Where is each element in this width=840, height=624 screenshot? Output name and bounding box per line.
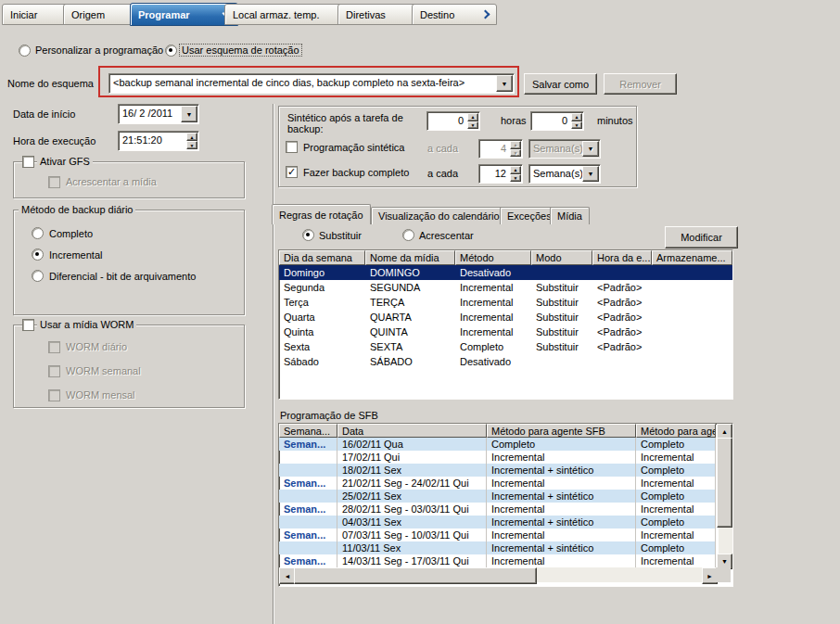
table-row[interactable]: Sexta SEXTA Completo Substituir <Padrão> [279,339,732,354]
radio-incremental-label[interactable]: Incremental [49,249,102,261]
horizontal-scroll-thumb[interactable] [294,567,537,584]
tab-destino[interactable]: Destino [412,4,497,25]
tab-midia[interactable]: Mídia [550,207,590,224]
synthetic-unit-combobox[interactable]: Semana(s) ▼ [528,139,601,159]
table-row[interactable]: 18/02/11 Sex Incremental + sintético Com… [279,464,716,477]
exec-time-value: 21:51:20 [122,134,162,146]
tab-visualizacao-calendario[interactable]: Visualização do calendário [371,207,507,224]
cell-method-agent: Incremental [636,528,716,541]
fazer-backup-completo-label[interactable]: Fazer backup completo [303,167,409,178]
checkbox-acrescentar-midia[interactable] [48,176,60,188]
save-as-button[interactable]: Salvar como [524,73,597,95]
table-row[interactable]: Seman... 16/02/11 Qua Completo Completo [279,438,716,451]
column-header[interactable]: Semana... [279,424,337,438]
spin-down-icon[interactable]: ▼ [510,174,521,183]
ativar-gfs-label[interactable]: Ativar GFS [37,156,93,167]
table-row[interactable]: Seman... 14/03/11 Seg - 17/03/11 Qui Inc… [279,554,716,567]
checkbox-worm-semanal[interactable] [48,365,60,377]
spin-down-icon[interactable]: ▼ [510,149,521,158]
spin-up-icon[interactable]: ▲ [571,113,582,121]
dropdown-arrow-icon[interactable]: ▼ [181,106,197,122]
checkbox-usar-midia-worm[interactable] [22,319,34,331]
dropdown-arrow-icon[interactable]: ▼ [582,141,599,157]
table-row[interactable]: Domingo DOMINGO Desativado [279,265,732,280]
radio-personalizar-label[interactable]: Personalizar a programação [35,45,163,56]
radio-personalizar-programacao[interactable] [19,45,31,57]
table-row[interactable]: 04/03/11 Sex Incremental + sintético Com… [279,516,716,528]
column-header[interactable]: Método para agente SFB [487,424,636,438]
checkbox-programacao-sintetica[interactable] [286,141,298,153]
spin-up-icon[interactable]: ▲ [467,113,478,121]
column-header[interactable]: Modo [531,250,592,265]
synthetic-every-spinbox[interactable]: 4 ▲ ▼ [478,139,523,159]
spin-down-icon[interactable]: ▼ [186,141,197,149]
checkbox-fazer-backup-completo[interactable]: ✓ [286,166,298,178]
synthetic-every-value: 4 [501,143,506,154]
table-row[interactable]: 17/02/11 Qui Incremental Incremental [279,451,716,464]
radio-diferencial-label[interactable]: Diferencial - bit de arquivamento [49,271,196,282]
programacao-sintetica-label[interactable]: Programação sintética [303,142,404,153]
column-header[interactable]: Método [455,250,531,265]
start-date-combobox[interactable]: 16/ 2 /2011 ▼ [118,104,199,124]
tab-regras-de-rotacao[interactable]: Regras de rotação [272,204,371,224]
spin-down-icon[interactable]: ▼ [467,121,478,130]
column-header[interactable]: Armazename... [652,250,732,265]
cell-date: 28/02/11 Seg - 03/03/11 Qui [337,503,487,516]
column-header[interactable]: Hora da e... [592,250,652,265]
remove-button[interactable]: Remover [604,73,677,95]
dropdown-arrow-icon[interactable]: ▼ [496,75,513,92]
checkbox-worm-diario[interactable] [48,341,60,353]
table-row[interactable]: Quinta QUINTA Incremental Substituir <Pa… [279,325,732,339]
radio-substituir[interactable] [302,229,314,241]
table-row[interactable]: Quarta QUARTA Incremental Substituir <Pa… [279,310,732,325]
synthetic-minutes-value: 0 [562,115,567,126]
scheme-name-combobox[interactable]: <backup semanal incremental de cinco dia… [108,73,515,94]
radio-usar-esquema-rotacao[interactable] [165,45,177,57]
synthetic-hours-spinbox[interactable]: 0 ▲ ▼ [426,111,480,131]
cell-week [279,516,337,528]
radio-acrescentar-label[interactable]: Acrescentar [419,230,474,241]
vertical-scroll-thumb[interactable] [717,438,732,528]
synthetic-minutes-spinbox[interactable]: 0 ▲ ▼ [530,111,584,131]
table-row[interactable]: 11/03/11 Sex Incremental + sintético Com… [279,541,716,554]
column-header[interactable]: Nome da mídia [365,250,455,265]
spin-up-icon[interactable]: ▲ [186,133,197,141]
dropdown-arrow-icon[interactable]: ▼ [582,166,599,182]
cell-date: 17/02/11 Qui [337,451,487,464]
column-header[interactable]: Método para agei [636,424,716,438]
radio-completo[interactable] [32,227,44,239]
scroll-down-icon: ▼ [721,558,728,565]
modify-button[interactable]: Modificar [665,226,738,248]
table-row[interactable]: Segunda SEGUNDA Incremental Substituir <… [279,280,732,295]
radio-incremental[interactable] [32,248,44,261]
cell-media: SEXTA [365,341,455,352]
table-row[interactable]: 25/02/11 Sex Incremental + sintético Com… [279,490,716,503]
spin-down-icon[interactable]: ▼ [571,121,582,130]
start-date-value: 16/ 2 /2011 [122,108,172,119]
tab-local-armaz-temp[interactable]: Local armaz. temp. [224,4,351,25]
full-backup-every-spinbox[interactable]: 12 ▲ ▼ [478,164,523,184]
usar-midia-worm-label[interactable]: Usar a mídia WORM [37,319,136,330]
radio-acrescentar[interactable] [402,229,414,241]
radio-completo-label[interactable]: Completo [49,228,93,239]
checkbox-ativar-gfs[interactable] [22,156,34,168]
spin-up-icon[interactable]: ▲ [510,141,521,149]
tab-programar[interactable]: Programar [130,3,238,26]
column-header[interactable]: Data [337,424,487,438]
table-row[interactable]: Seman... 21/02/11 Seg - 24/02/11 Qui Inc… [279,477,716,490]
table-row[interactable]: Seman... 07/03/11 Seg - 10/03/11 Qui Inc… [279,528,716,541]
cell-mode: Substituir [531,312,592,323]
spin-up-icon[interactable]: ▲ [510,166,521,174]
table-row[interactable]: Seman... 28/02/11 Seg - 03/03/11 Qui Inc… [279,503,716,516]
radio-substituir-label[interactable]: Substituir [319,230,362,241]
exec-time-spinbox[interactable]: 21:51:20 ▲ ▼ [118,131,199,151]
radio-usar-esquema-label[interactable]: Usar esquema de rotação [180,45,301,56]
column-header[interactable]: Dia da semana [279,250,365,265]
checkbox-worm-mensal[interactable] [48,389,60,401]
table-row[interactable]: Sábado SÁBADO Desativado [279,354,732,369]
radio-diferencial[interactable] [32,270,44,282]
cell-date: 04/03/11 Sex [337,516,487,528]
table-row[interactable]: Terça TERÇA Incremental Substituir <Padr… [279,295,732,310]
full-backup-unit-combobox[interactable]: Semana(s) ▼ [528,164,601,184]
remove-label: Remover [619,79,661,90]
